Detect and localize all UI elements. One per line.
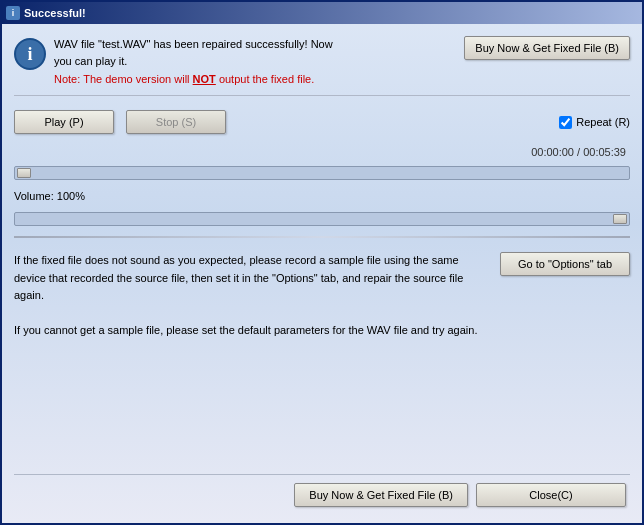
info-paragraph-1: If the fixed file does not sound as you … <box>14 252 488 305</box>
info-icon: i <box>14 38 46 70</box>
window-icon: i <box>6 6 20 20</box>
time-total: 00:05:39 <box>583 146 626 158</box>
time-display: 00:00:00 / 00:05:39 <box>14 146 630 158</box>
repeat-section: Repeat (R) <box>559 116 630 129</box>
message-block: WAV file "test.WAV" has been repaired su… <box>54 36 333 85</box>
options-button[interactable]: Go to "Options" tab <box>500 252 630 276</box>
time-current: 00:00:00 <box>531 146 574 158</box>
volume-thumb <box>613 214 627 224</box>
time-separator: / <box>574 146 583 158</box>
repeat-checkbox[interactable] <box>559 116 572 129</box>
note-block: Note: The demo version will NOT output t… <box>54 73 333 85</box>
title-bar: i Successful! <box>2 2 642 24</box>
buy-now-button-top[interactable]: Buy Now & Get Fixed File (B) <box>464 36 630 60</box>
progress-thumb <box>17 168 31 178</box>
top-left: i WAV file "test.WAV" has been repaired … <box>14 36 464 85</box>
buy-now-button-bottom[interactable]: Buy Now & Get Fixed File (B) <box>294 483 468 507</box>
controls-section: Play (P) Stop (S) Repeat (R) <box>14 106 630 138</box>
main-window: i Successful! i WAV file "test.WAV" has … <box>0 0 644 525</box>
divider-1 <box>14 95 630 96</box>
separator-line <box>14 236 630 238</box>
info-text-block: If the fixed file does not sound as you … <box>14 252 488 340</box>
info-section: If the fixed file does not sound as you … <box>14 248 630 466</box>
bottom-section: Buy Now & Get Fixed File (B) Close(C) <box>14 474 630 511</box>
info-paragraph-2: If you cannot get a sample file, please … <box>14 322 488 340</box>
volume-label: Volume: 100% <box>14 188 630 204</box>
window-title: Successful! <box>24 7 86 19</box>
close-button[interactable]: Close(C) <box>476 483 626 507</box>
content-area: i WAV file "test.WAV" has been repaired … <box>2 24 642 523</box>
message-line2: you can play it. <box>54 55 127 67</box>
top-section: i WAV file "test.WAV" has been repaired … <box>14 36 630 85</box>
stop-button[interactable]: Stop (S) <box>126 110 226 134</box>
message-line1: WAV file "test.WAV" has been repaired su… <box>54 38 333 50</box>
note-not: NOT <box>193 73 216 85</box>
repeat-label: Repeat (R) <box>576 116 630 128</box>
note-text: The demo version will <box>83 73 192 85</box>
note-prefix: Note: <box>54 73 83 85</box>
note-suffix: output the fixed file. <box>216 73 314 85</box>
volume-slider[interactable] <box>14 212 630 226</box>
play-button[interactable]: Play (P) <box>14 110 114 134</box>
progress-bar[interactable] <box>14 166 630 180</box>
